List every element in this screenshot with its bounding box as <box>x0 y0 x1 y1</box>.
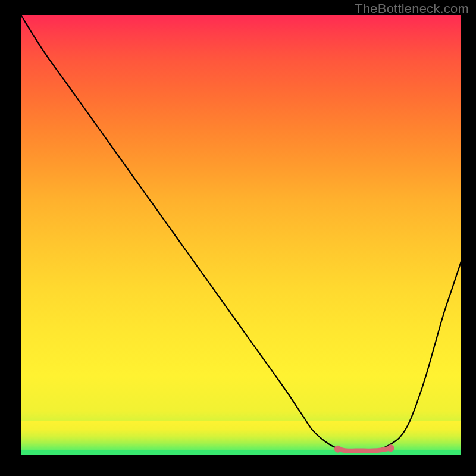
flat-highlight-end-dot <box>387 444 394 452</box>
chart-plot-area <box>21 15 461 455</box>
bottleneck-curve-path <box>21 15 461 451</box>
flat-highlight-path <box>338 448 391 451</box>
flat-highlight-start-dot <box>334 446 342 453</box>
watermark-text: TheBottleneck.com <box>355 1 469 17</box>
chart-svg <box>21 15 461 455</box>
